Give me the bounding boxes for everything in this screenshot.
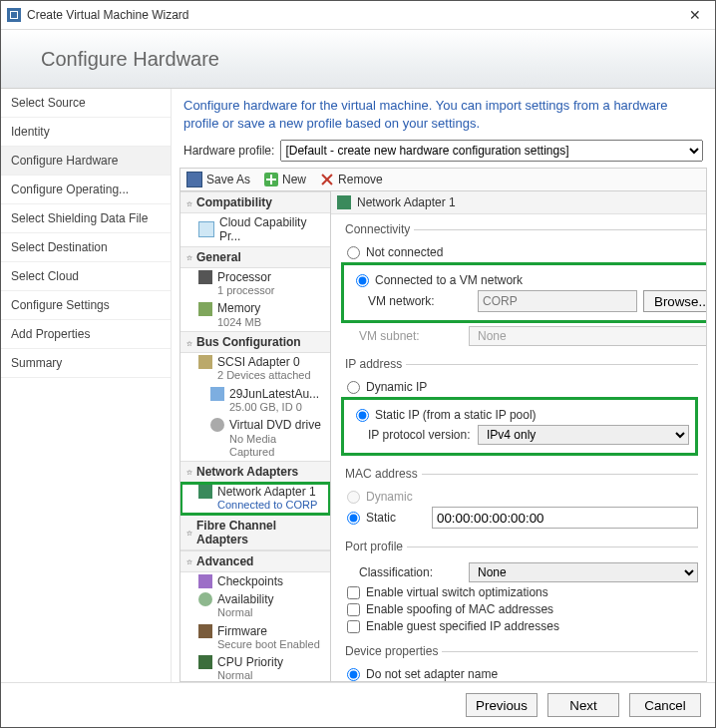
titlebar: Create Virtual Machine Wizard ✕ xyxy=(1,1,715,30)
steps-sidebar: Select SourceIdentityConfigure HardwareC… xyxy=(1,89,172,682)
step-add-properties[interactable]: Add Properties xyxy=(1,320,171,349)
nic-icon xyxy=(337,195,351,209)
browse-button[interactable]: Browse... xyxy=(643,290,706,312)
intro-text: Configure hardware for the virtual machi… xyxy=(183,97,703,132)
radio-connected[interactable] xyxy=(356,274,369,287)
radio-not-connected[interactable] xyxy=(347,246,360,259)
detail-pane: Network Adapter 1 Connectivity Not conne… xyxy=(331,191,706,681)
hardware-profile-label: Hardware profile: xyxy=(183,144,274,158)
tree-checkpoints[interactable]: Checkpoints xyxy=(180,572,330,590)
step-select-source[interactable]: Select Source xyxy=(1,89,171,118)
scsi-icon xyxy=(198,355,212,369)
tree-firmware[interactable]: FirmwareSecure boot Enabled xyxy=(180,622,330,654)
save-as-button[interactable]: Save As xyxy=(186,172,250,187)
cloud-icon xyxy=(198,221,214,237)
mac-field[interactable] xyxy=(432,507,698,529)
group-mac: MAC address Dynamic Static xyxy=(341,467,698,532)
chk-vswitch-opt[interactable] xyxy=(347,586,360,599)
step-select-cloud[interactable]: Select Cloud xyxy=(1,262,171,291)
tree-cpu-priority[interactable]: CPU PriorityNormal xyxy=(180,653,330,681)
dvd-icon xyxy=(210,418,224,432)
section-fc[interactable]: ☆Fibre Channel Adapters xyxy=(180,515,330,550)
section-general[interactable]: ☆General xyxy=(180,246,330,268)
section-network[interactable]: ☆Network Adapters xyxy=(180,461,330,483)
new-button[interactable]: New xyxy=(264,173,306,186)
vm-network-field xyxy=(478,290,637,312)
wizard-window: Create Virtual Machine Wizard ✕ Configur… xyxy=(0,0,716,728)
chk-mac-spoof[interactable] xyxy=(347,603,360,616)
group-port: Port profile Classification: None Enable… xyxy=(341,540,698,636)
plus-icon xyxy=(264,173,278,186)
wizard-buttons: Previous Next Cancel xyxy=(1,682,715,727)
tree-availability[interactable]: AvailabilityNormal xyxy=(180,590,330,622)
memory-icon xyxy=(198,302,212,316)
availability-icon xyxy=(198,592,212,606)
checkpoint-icon xyxy=(198,574,212,588)
previous-button[interactable]: Previous xyxy=(466,693,537,717)
radio-no-adapter-name[interactable] xyxy=(347,668,360,681)
section-bus[interactable]: ☆Bus Configuration xyxy=(180,331,330,353)
tree-disk[interactable]: 29JunLatestAu...25.00 GB, ID 0 xyxy=(180,385,330,417)
step-configure-operating-[interactable]: Configure Operating... xyxy=(1,176,171,204)
app-icon xyxy=(7,8,21,22)
highlight-static-ip: Static IP (from a static IP pool) IP pro… xyxy=(341,397,698,456)
step-summary[interactable]: Summary xyxy=(1,349,171,378)
step-configure-hardware[interactable]: Configure Hardware xyxy=(1,147,171,176)
banner: Configure Hardware xyxy=(1,30,715,89)
tree-dvd[interactable]: Virtual DVD driveNo Media Captured xyxy=(180,416,330,461)
radio-mac-dynamic xyxy=(347,491,360,504)
page-title: Configure Hardware xyxy=(41,48,219,71)
highlight-connected: Connected to a VM network VM network: Br… xyxy=(341,262,706,323)
group-device: Device properties Do not set adapter nam… xyxy=(341,644,698,681)
firmware-icon xyxy=(198,624,212,638)
disk-icon xyxy=(210,387,224,401)
delete-icon xyxy=(320,173,334,186)
save-icon xyxy=(186,172,202,187)
section-advanced[interactable]: ☆Advanced xyxy=(180,550,330,572)
group-connectivity: Connectivity Not connected Connected to … xyxy=(341,222,706,349)
tree-cloud-capability[interactable]: Cloud Capability Pr... xyxy=(180,213,330,246)
detail-header: Network Adapter 1 xyxy=(331,191,706,214)
cpu-icon xyxy=(198,270,212,284)
vm-subnet-select: None xyxy=(469,326,706,346)
cancel-button[interactable]: Cancel xyxy=(629,693,701,717)
step-identity[interactable]: Identity xyxy=(1,118,171,147)
tree-processor[interactable]: Processor1 processor xyxy=(180,268,330,300)
hardware-tree: ☆Compatibility Cloud Capability Pr... ☆G… xyxy=(180,191,331,681)
tree-nic1[interactable]: Network Adapter 1Connected to CORP xyxy=(180,483,330,515)
cpu-priority-icon xyxy=(198,655,212,669)
step-configure-settings[interactable]: Configure Settings xyxy=(1,291,171,320)
close-icon[interactable]: ✕ xyxy=(681,5,709,25)
next-button[interactable]: Next xyxy=(547,693,619,717)
remove-button[interactable]: Remove xyxy=(320,173,383,186)
classification-select[interactable]: None xyxy=(469,562,698,582)
ip-protocol-select[interactable]: IPv4 only xyxy=(478,425,689,445)
step-select-destination[interactable]: Select Destination xyxy=(1,233,171,262)
radio-static-ip[interactable] xyxy=(356,409,369,422)
window-title: Create Virtual Machine Wizard xyxy=(27,8,189,22)
step-select-shielding-data-file[interactable]: Select Shielding Data File xyxy=(1,204,171,233)
toolbar: Save As New Remove xyxy=(179,168,707,190)
hardware-profile-select[interactable]: [Default - create new hardware configura… xyxy=(280,140,703,162)
chk-guest-ip[interactable] xyxy=(347,620,360,633)
radio-dynamic-ip[interactable] xyxy=(347,381,360,394)
radio-mac-static[interactable] xyxy=(347,512,360,525)
group-ip: IP address Dynamic IP Static IP (from a … xyxy=(341,357,698,459)
tree-memory[interactable]: Memory1024 MB xyxy=(180,299,330,331)
tree-scsi[interactable]: SCSI Adapter 02 Devices attached xyxy=(180,353,330,385)
section-compatibility[interactable]: ☆Compatibility xyxy=(180,191,330,213)
nic-icon xyxy=(198,485,212,499)
